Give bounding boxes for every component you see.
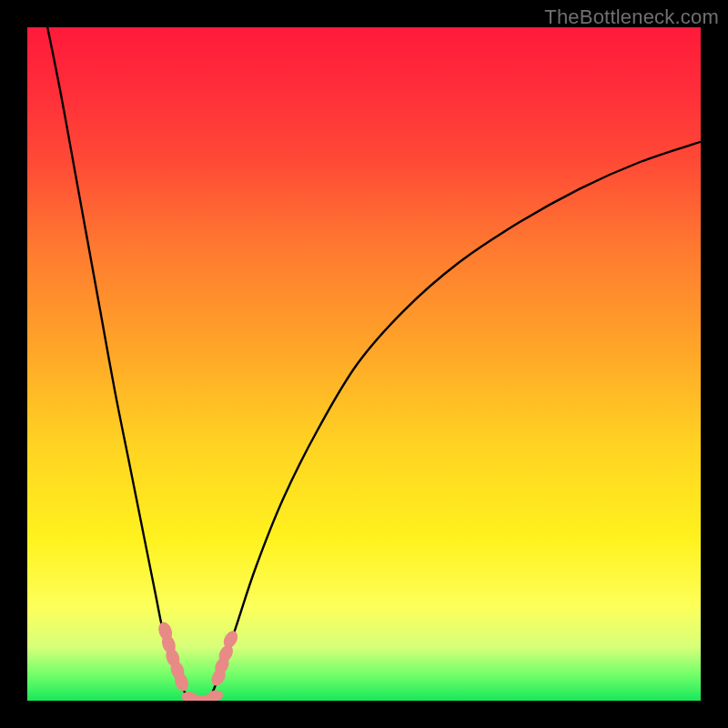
plot-area xyxy=(27,27,701,701)
curve-right xyxy=(209,142,701,701)
chart-svg xyxy=(27,27,701,701)
marker-blob xyxy=(208,690,223,700)
attribution-label: TheBottleneck.com xyxy=(544,5,719,29)
curve-left xyxy=(47,27,188,701)
marker-blobs xyxy=(157,621,241,701)
chart-frame: TheBottleneck.com xyxy=(0,0,728,728)
